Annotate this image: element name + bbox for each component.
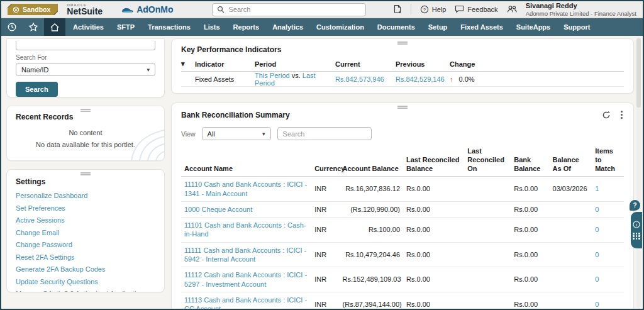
view-select[interactable]: All ▾ [202,127,271,140]
new-document-icon[interactable] [393,4,402,14]
drag-handle[interactable] [397,42,408,45]
kpi-previous-value[interactable]: Rs.842,529,146 [396,75,445,83]
nav-item-customization[interactable]: Customization [316,23,364,31]
settings-link-personalize-dashboard[interactable]: Personalize Dashboard [16,192,155,199]
kpi-col-current: Current [335,60,396,68]
settings-link-active-sessions[interactable]: Active Sessions [16,216,155,224]
kpi-current-value[interactable]: Rs.842,573,946 [335,75,384,83]
topbar: Sandbox ORACLE NetSuite AdOnMo ? [1,1,643,18]
account-balance-cell: Rs.16,307,836.12 [340,177,403,202]
floating-help-icon[interactable]: ? [630,200,640,211]
settings-links: Personalize DashboardSet PreferencesActi… [16,192,155,292]
settings-link-reset-2fa-settings[interactable]: Reset 2FA Settings [16,253,155,261]
help-icon: ? [420,5,429,14]
last-reconciled-on-cell [464,201,511,217]
col-account-name[interactable]: Account Name [181,145,311,177]
nav-item-documents[interactable]: Documents [377,23,415,31]
items-to-match-link[interactable]: 0 [595,275,599,283]
bank-search-input[interactable] [277,127,372,140]
shortcuts-star-icon[interactable] [23,18,44,36]
kpi-menu-caret-icon[interactable]: ▾ [181,60,195,68]
items-to-match-link[interactable]: 0 [595,206,599,213]
col-last-reconciled-on[interactable]: Last Reconciled On [464,145,511,177]
info-icon[interactable]: i [633,221,640,228]
nav-item-sftp[interactable]: SFTP [117,23,135,31]
settings-title: Settings [16,177,155,186]
chevron-down-icon: ▾ [262,131,265,137]
settings-portlet: Settings Personalize DashboardSet Prefer… [6,169,165,292]
nav-item-suiteapps[interactable]: SuiteApps [516,23,550,31]
refresh-icon[interactable] [602,111,611,119]
col-balance-as-of[interactable]: Balance As Of [550,145,592,177]
feedback-button[interactable]: Feedback [455,5,497,13]
nav-item-activities[interactable]: Activities [73,23,104,31]
account-name-link[interactable]: 11110 Cash and Bank Accounts : ICICI - 1… [184,180,307,197]
last-reconciled-on-cell [464,292,511,310]
settings-link-generate-2fa-backup-codes[interactable]: Generate 2FA Backup Codes [16,265,155,273]
scrollbar-thumb[interactable] [636,38,641,108]
nav-item-reports[interactable]: Reports [233,23,260,31]
kpi-this-period-link[interactable]: This Period [255,72,290,79]
account-name-link[interactable]: 11112 Cash and Bank Accounts : ICICI - 5… [184,271,307,287]
col-items-to-match[interactable]: Items to Match [592,145,624,177]
home-icon[interactable] [44,18,65,36]
help-button[interactable]: ? Help [420,5,447,14]
kpi-portlet: Key Performance Indicators ▾ Indicator P… [171,38,634,94]
col-last-reconciled-balance[interactable]: Last Reconciled Balance [403,145,464,177]
settings-link-set-preferences[interactable]: Set Preferences [16,204,155,212]
search-for-value: Name/ID [21,66,48,74]
portlet-menu-icon[interactable] [619,109,624,120]
nav-item-lists[interactable]: Lists [204,23,220,31]
last-reconciled-on-cell [464,177,511,202]
bank-balance-cell: Rs.0.00 [511,218,549,243]
account-name-link[interactable]: 11111 Cash and Bank Accounts : ICICI - 5… [184,246,306,263]
col-bank-balance[interactable]: Bank Balance [511,145,549,177]
settings-link-change-email[interactable]: Change Email [16,229,155,236]
feedback-icon [455,5,464,13]
scrollbar-track[interactable] [636,37,641,307]
items-to-match-link[interactable]: 1 [595,185,599,192]
nav-item-analytics[interactable]: Analytics [272,23,303,31]
global-search[interactable] [212,3,366,16]
keywords-input[interactable] [16,41,155,50]
drag-handle[interactable] [80,109,91,112]
nav-item-setup[interactable]: Setup [428,23,448,31]
account-name-link[interactable]: 11101 Cash and Bank Accounts : Cash-in-H… [184,221,306,238]
items-to-match-link[interactable]: 0 [595,301,599,308]
bank-header-row: Account Name Currency Account Balance La… [181,145,624,177]
drag-handle[interactable] [397,106,408,109]
global-search-input[interactable] [228,6,361,13]
apps-grid-icon[interactable] [633,233,640,240]
items-to-match-link[interactable]: 0 [595,226,599,233]
balance-as-of-cell [550,242,592,267]
user-role: Adonmo Private Limited - Finance Analyst [526,10,636,17]
last-reconciled-on-cell [464,242,511,267]
main-column: Key Performance Indicators ▾ Indicator P… [171,38,634,310]
settings-link-manage-oauth-2-0-authorized-applications[interactable]: Manage OAuth 2.0 Authorized Applications [16,290,155,292]
search-button[interactable]: Search [16,82,58,97]
user-menu[interactable]: Sivanagi Reddy Adonmo Private Limited - … [526,2,636,18]
user-name: Sivanagi Reddy [526,2,636,10]
col-account-balance[interactable]: Account Balance [340,145,403,177]
nav-item-transactions[interactable]: Transactions [148,23,191,31]
dashboard-content: Search For Name/ID ▾ Search Recent Recor… [1,36,643,310]
account-balance-cell: Rs.100.00 [340,218,403,243]
search-for-select[interactable]: Name/ID ▾ [16,63,155,76]
last-reconciled-balance-cell: Rs.0.00 [403,218,464,243]
account-name-link[interactable]: 11113 Cash and Bank Accounts : ICICI - C… [184,296,307,310]
nav-item-support[interactable]: Support [564,23,590,31]
netsuite-dashboard-window: Sandbox ORACLE NetSuite AdOnMo ? [0,0,644,310]
drag-handle[interactable] [80,172,91,175]
nav-item-fixed-assets[interactable]: Fixed Assets [460,23,502,31]
roles-icon[interactable] [507,5,517,13]
settings-link-change-password[interactable]: Change Password [16,241,155,248]
col-currency[interactable]: Currency [311,145,339,177]
sandbox-icon [13,6,19,13]
sidebar: Search For Name/ID ▾ Search Recent Recor… [6,38,165,310]
main-navbar: ActivitiesSFTPTransactionsListsReportsAn… [1,18,643,36]
account-name-link[interactable]: 1000 Cheque Account [184,206,252,213]
history-icon[interactable] [1,18,23,36]
items-to-match-link[interactable]: 0 [595,251,599,258]
currency-cell: INR [311,267,339,292]
settings-link-update-security-questions[interactable]: Update Security Questions [16,278,155,285]
